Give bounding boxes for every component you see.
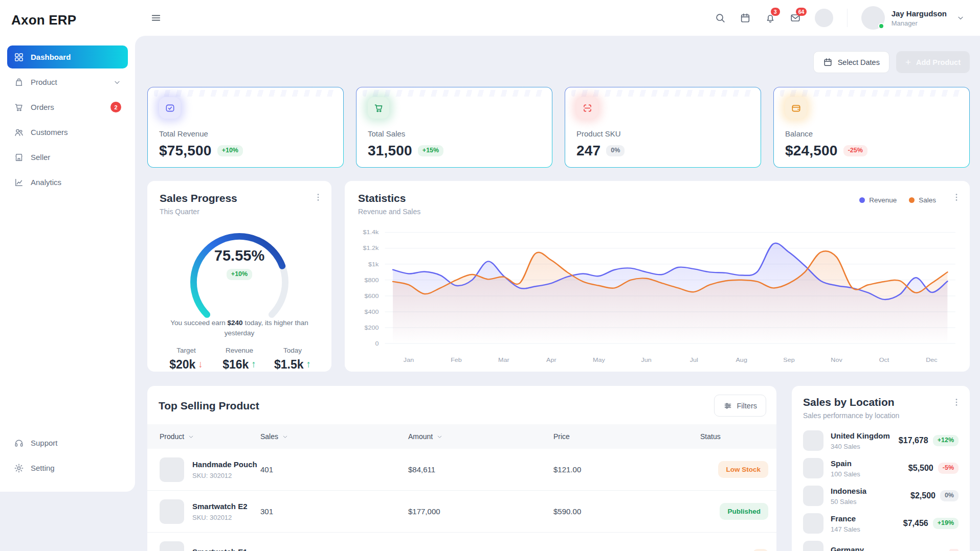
- legend-item-revenue: Revenue: [859, 196, 897, 204]
- sidebar-item-label: Analytics: [31, 178, 61, 187]
- sidebar-item-support[interactable]: Support: [7, 431, 128, 454]
- sidebar-item-dashboard[interactable]: Dashboard: [7, 45, 128, 68]
- product-thumbnail: [160, 499, 184, 524]
- product-name: Smartwatch E2: [192, 502, 248, 511]
- sidebar-item-label: Product: [31, 78, 57, 86]
- user-role: Manager: [892, 19, 947, 27]
- sidebar-item-product[interactable]: Product: [7, 71, 128, 94]
- stat-delta-badge: +15%: [418, 145, 443, 156]
- stat-card-total-revenue: Total Revenue $75,500 +10%: [147, 87, 344, 168]
- legend-dot: [909, 197, 915, 203]
- location-item-united-kingdom[interactable]: United Kingdom 340 Sales $17,678 +12%: [803, 428, 959, 453]
- language-selector-placeholder[interactable]: [815, 9, 833, 27]
- calendar-icon: [823, 57, 833, 67]
- product-price: $121.00: [553, 465, 700, 474]
- status-badge: Low Stock: [718, 461, 768, 478]
- location-item-germany[interactable]: Germany: [803, 539, 959, 551]
- sidebar-item-label: Setting: [31, 464, 55, 472]
- sidebar-item-customers[interactable]: Customers: [7, 121, 128, 144]
- svg-text:Jun: Jun: [641, 356, 652, 363]
- product-price: $590.00: [553, 507, 700, 516]
- filters-label: Filters: [737, 402, 757, 410]
- notifications-bell-icon[interactable]: 3: [765, 12, 776, 24]
- bag-icon: [14, 77, 24, 87]
- country-flag-placeholder: [803, 541, 823, 551]
- add-product-label: Add Product: [916, 58, 961, 66]
- card-texture: [571, 90, 754, 97]
- sales-by-location-title: Sales by Location: [803, 396, 959, 408]
- wallet-icon: [785, 97, 807, 119]
- kebab-menu-icon[interactable]: [313, 192, 323, 202]
- arrow-up-icon: ↑: [251, 359, 256, 370]
- country-sales-count: 50 Sales: [831, 498, 866, 506]
- sidebar-item-setting[interactable]: Setting: [7, 456, 128, 479]
- table-row[interactable]: Smartwatch E2 SKU: 302012 301 $177,000 $…: [147, 491, 776, 533]
- product-sales: 301: [260, 507, 408, 516]
- sidebar-item-label: Support: [31, 439, 58, 447]
- country-delta-badge: [949, 549, 959, 551]
- table-row[interactable]: Handmade Pouch SKU: 302012 401 $84,611 $…: [147, 449, 776, 491]
- user-menu[interactable]: Jay Hargudson Manager: [861, 6, 965, 30]
- messages-mail-icon[interactable]: 64: [790, 12, 801, 24]
- sidebar-item-orders[interactable]: Orders 2: [7, 96, 128, 119]
- stat-label: Total Revenue: [159, 129, 332, 138]
- svg-text:Nov: Nov: [831, 356, 842, 363]
- statistics-card: Statistics Revenue and Sales Revenue Sal…: [345, 181, 970, 372]
- header-divider: [847, 9, 848, 27]
- user-name: Jay Hargudson: [892, 9, 947, 18]
- product-thumbnail: [160, 541, 184, 551]
- sidebar-item-label: Customers: [31, 128, 68, 136]
- location-item-indonesia[interactable]: Indonesia 50 Sales $2,500 0%: [803, 484, 959, 508]
- status-badge: Published: [720, 503, 768, 520]
- product-amount: $177,000: [408, 507, 553, 516]
- filters-button[interactable]: Filters: [714, 395, 766, 417]
- country-sales-count: 100 Sales: [831, 470, 860, 478]
- progress-stat-target: Target $20k ↓: [160, 347, 213, 372]
- column-header-sales[interactable]: Sales: [260, 432, 408, 441]
- svg-text:Jan: Jan: [404, 356, 414, 363]
- sliders-icon: [723, 401, 732, 410]
- svg-text:$1.4k: $1.4k: [363, 229, 380, 236]
- svg-text:Dec: Dec: [926, 356, 937, 363]
- country-name: United Kingdom: [831, 431, 890, 440]
- statistics-chart: $1.4k$1.2k$1k$800$600$400$2000JanFebMarA…: [353, 223, 962, 366]
- stat-label: Product SKU: [576, 129, 749, 138]
- country-amount: $17,678: [899, 436, 928, 445]
- top-selling-card: Top Selling Product Filters Product Sale…: [147, 386, 776, 551]
- country-flag-placeholder: [803, 486, 823, 506]
- column-header-product[interactable]: Product: [147, 432, 260, 441]
- stat-card-balance: Balance $24,500 -25%: [773, 87, 970, 168]
- sidebar-item-seller[interactable]: Seller: [7, 146, 128, 169]
- country-delta-badge: +12%: [933, 435, 959, 446]
- search-icon[interactable]: [715, 12, 726, 24]
- kebab-menu-icon[interactable]: [951, 397, 962, 407]
- gear-icon: [14, 463, 24, 473]
- arrow-down-icon: ↓: [198, 359, 203, 370]
- svg-text:Aug: Aug: [736, 356, 747, 363]
- location-item-france[interactable]: France 147 Sales $7,456 +19%: [803, 511, 959, 536]
- sidebar: Axon ERP Dashboard Product Orders 2 Cust…: [0, 0, 135, 492]
- kebab-menu-icon[interactable]: [951, 192, 962, 202]
- stat-label: Total Sales: [368, 129, 541, 138]
- card-texture: [154, 90, 337, 97]
- column-header-amount[interactable]: Amount: [408, 432, 553, 441]
- calendar-icon[interactable]: [740, 12, 751, 24]
- add-product-button[interactable]: + Add Product: [896, 51, 970, 73]
- table-body: Handmade Pouch SKU: 302012 401 $84,611 $…: [147, 449, 776, 551]
- top-header: 3 64 Jay Hargudson Manager: [135, 0, 980, 36]
- svg-text:$600: $600: [364, 292, 378, 299]
- users-icon: [14, 127, 24, 137]
- sales-by-location-card: Sales by Location Sales performance by l…: [792, 386, 970, 551]
- select-dates-button[interactable]: Select Dates: [813, 51, 889, 73]
- svg-text:$400: $400: [364, 308, 378, 315]
- chart-line-icon: [14, 177, 24, 188]
- sidebar-item-analytics[interactable]: Analytics: [7, 171, 128, 194]
- country-name: Germany: [831, 545, 864, 551]
- svg-text:Oct: Oct: [879, 356, 889, 363]
- table-row[interactable]: Smartwatch E1: [147, 533, 776, 551]
- stat-value: 247: [576, 143, 600, 159]
- svg-text:$1k: $1k: [368, 261, 379, 267]
- sales-by-location-subtitle: Sales performance by location: [803, 411, 959, 420]
- menu-toggle-icon[interactable]: [150, 12, 162, 24]
- location-item-spain[interactable]: Spain 100 Sales $5,500 -5%: [803, 456, 959, 480]
